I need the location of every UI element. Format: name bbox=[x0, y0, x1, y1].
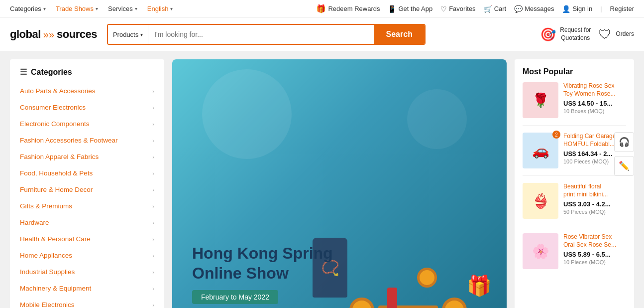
most-popular-panel: Most Popular 🌹 Vibrating Rose SexToy Wom… bbox=[515, 59, 634, 308]
product-moq: 10 Boxes (MOQ) bbox=[563, 108, 626, 114]
sidebar-item-label: Furniture & Home Decor bbox=[20, 186, 93, 193]
rfq-label: Request forQuotations bbox=[560, 26, 591, 42]
sidebar-item-furniture[interactable]: Furniture & Home Decor › bbox=[10, 181, 164, 198]
product-price: US$ 3.03 - 4.2... bbox=[563, 200, 626, 208]
search-button[interactable]: Search bbox=[374, 25, 425, 44]
sign-in[interactable]: 👤 Sign in bbox=[562, 5, 592, 13]
chevron-right-icon: › bbox=[152, 236, 154, 242]
banner-title: Hong Kong SpringOnline Show bbox=[192, 243, 333, 283]
banner-content: Hong Kong SpringOnline Show February to … bbox=[172, 218, 353, 308]
chevron-right-icon: › bbox=[152, 105, 154, 111]
product-card[interactable]: 👙 Beautiful floralprint mini bikini... U… bbox=[523, 183, 626, 226]
product-thumbnail: 🌸 bbox=[523, 233, 558, 269]
header-actions: 🎯 Request forQuotations 🛡 Orders bbox=[540, 26, 634, 42]
product-info: Rose Vibrator SexOral Sex Rose Se... US$… bbox=[563, 233, 626, 269]
product-name: Rose Vibrator SexOral Sex Rose Se... bbox=[563, 233, 626, 249]
product-name: Beautiful floralprint mini bikini... bbox=[563, 183, 626, 198]
sidebar-item-hardware[interactable]: Hardware › bbox=[10, 214, 164, 231]
sidebar-item-electronic-components[interactable]: Electronic Components › bbox=[10, 116, 164, 132]
shield-icon: 🛡 bbox=[599, 27, 612, 42]
mobile-icon: 📱 bbox=[388, 5, 396, 13]
product-card[interactable]: 🌹 Vibrating Rose SexToy Women Rose... US… bbox=[523, 82, 626, 126]
edit-button[interactable]: ✏️ bbox=[614, 156, 634, 176]
most-popular-title: Most Popular bbox=[523, 67, 626, 76]
sidebar-item-fashion-apparel[interactable]: Fashion Apparel & Fabrics › bbox=[10, 149, 164, 165]
orders-label: Orders bbox=[616, 30, 634, 38]
search-bar: Products ▾ Search bbox=[107, 24, 426, 45]
sidebar-item-gifts[interactable]: Gifts & Premiums › bbox=[10, 198, 164, 214]
top-nav-left: Categories ▾ Trade Shows ▾ Services ▾ En… bbox=[10, 5, 173, 12]
chevron-down-icon: ▾ bbox=[43, 6, 46, 11]
product-thumbnail: 🌹 bbox=[523, 82, 558, 118]
top-nav-right: 🎁 Redeem Rewards 📱 Get the App ♡ Favorit… bbox=[316, 4, 634, 13]
chevron-right-icon: › bbox=[152, 187, 154, 193]
sidebar-item-label: Fashion Apparel & Fabrics bbox=[20, 153, 99, 160]
heart-icon: ♡ bbox=[440, 5, 447, 13]
product-thumbnail-container: 🚗 2 bbox=[523, 133, 558, 168]
chevron-down-icon: ▾ bbox=[140, 32, 143, 37]
chevron-right-icon: › bbox=[152, 121, 154, 127]
sidebar-item-consumer-electronics[interactable]: Consumer Electronics › bbox=[10, 99, 164, 116]
chevron-down-icon: ▾ bbox=[96, 6, 98, 11]
rfq-button[interactable]: 🎯 Request forQuotations bbox=[540, 26, 591, 42]
header: global »» sources Products ▾ Search 🎯 Re… bbox=[0, 18, 644, 51]
sidebar-item-health[interactable]: Health & Personal Care › bbox=[10, 231, 164, 247]
sidebar-item-label: Home Appliances bbox=[20, 252, 72, 259]
favorites[interactable]: ♡ Favorites bbox=[440, 5, 475, 13]
logo[interactable]: global »» sources bbox=[10, 28, 97, 41]
product-card[interactable]: 🚗 2 Folding Car GarageHOMFUL Foldabl... … bbox=[523, 133, 626, 176]
sidebar-title: Categories bbox=[31, 68, 72, 77]
search-type-dropdown[interactable]: Products ▾ bbox=[108, 25, 148, 44]
nav-trade-shows[interactable]: Trade Shows ▾ bbox=[56, 5, 98, 12]
nav-services[interactable]: Services ▾ bbox=[108, 5, 137, 12]
product-info: Vibrating Rose SexToy Women Rose... US$ … bbox=[563, 82, 626, 118]
sidebar-item-label: Food, Household & Pets bbox=[20, 169, 93, 177]
get-app[interactable]: 📱 Get the App bbox=[388, 5, 432, 13]
register[interactable]: Register bbox=[610, 5, 634, 12]
chevron-right-icon: › bbox=[152, 170, 154, 176]
user-icon: 👤 bbox=[562, 5, 570, 13]
main-content: ☰ Categories Auto Parts & Accessories › … bbox=[0, 51, 644, 308]
nav-categories[interactable]: Categories ▾ bbox=[10, 5, 46, 12]
nav-english[interactable]: English ▾ bbox=[147, 5, 173, 12]
product-info: Beautiful floralprint mini bikini... US$… bbox=[563, 183, 626, 219]
product-card[interactable]: 🌸 Rose Vibrator SexOral Sex Rose Se... U… bbox=[523, 233, 626, 276]
product-moq: 10 Pieces (MOQ) bbox=[563, 259, 626, 265]
logo-text-2: sources bbox=[57, 28, 97, 41]
sidebar-item-home-appliances[interactable]: Home Appliances › bbox=[10, 247, 164, 264]
redeem-rewards[interactable]: 🎁 Redeem Rewards bbox=[316, 4, 380, 13]
menu-icon: ☰ bbox=[20, 67, 27, 77]
target-icon: 🎯 bbox=[540, 27, 556, 42]
cart[interactable]: 🛒 Cart bbox=[484, 5, 507, 13]
top-navigation: Categories ▾ Trade Shows ▾ Services ▾ En… bbox=[0, 0, 644, 18]
orders-button[interactable]: 🛡 Orders bbox=[599, 27, 634, 42]
logo-arrow-icon: »» bbox=[43, 29, 54, 40]
product-thumbnail: 🚗 bbox=[523, 133, 558, 168]
logo-text-1: global bbox=[10, 28, 41, 41]
sidebar-item-label: Health & Personal Care bbox=[20, 235, 91, 243]
sidebar-item-food-household[interactable]: Food, Household & Pets › bbox=[10, 165, 164, 181]
search-input[interactable] bbox=[148, 25, 374, 44]
chevron-right-icon: › bbox=[152, 154, 154, 160]
sidebar-item-label: Auto Parts & Accessories bbox=[20, 87, 96, 95]
product-price: US$ 5.89 - 6.5... bbox=[563, 251, 626, 258]
messages[interactable]: 💬 Messages bbox=[514, 5, 554, 13]
banner: 📿 🎁 Hong Kong SpringOnline Show February… bbox=[172, 59, 507, 308]
sidebar-item-label: Mobile Electronics bbox=[20, 301, 75, 308]
edit-icon: ✏️ bbox=[619, 160, 630, 171]
sidebar-item-mobile[interactable]: Mobile Electronics › bbox=[10, 297, 164, 308]
chevron-right-icon: › bbox=[152, 302, 154, 308]
sidebar-item-label: Fashion Accessories & Footwear bbox=[20, 137, 118, 144]
sidebar-item-label: Hardware bbox=[20, 219, 49, 226]
sidebar-item-machinery[interactable]: Machinery & Equipment › bbox=[10, 280, 164, 297]
chevron-down-icon: ▾ bbox=[135, 6, 137, 11]
sidebar-item-industrial[interactable]: Industrial Supplies › bbox=[10, 264, 164, 280]
sidebar-item-fashion-accessories[interactable]: Fashion Accessories & Footwear › bbox=[10, 132, 164, 149]
chevron-right-icon: › bbox=[152, 203, 154, 209]
badge: 2 bbox=[552, 131, 560, 139]
headset-button[interactable]: 🎧 bbox=[614, 132, 634, 152]
sidebar-item-label: Industrial Supplies bbox=[20, 268, 75, 276]
chevron-right-icon: › bbox=[152, 138, 154, 144]
sidebar-item-auto-parts[interactable]: Auto Parts & Accessories › bbox=[10, 83, 164, 99]
chevron-right-icon: › bbox=[152, 88, 154, 94]
